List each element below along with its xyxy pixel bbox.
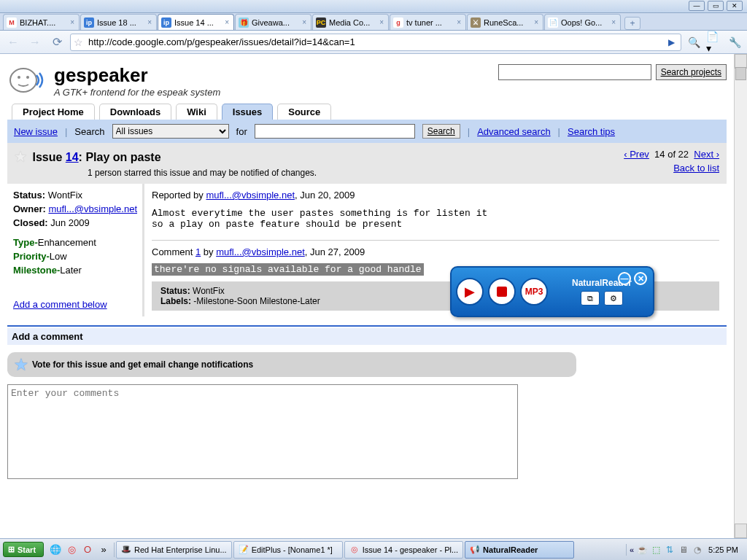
scrollbar-thumb[interactable]: [735, 67, 746, 80]
ql-opera-icon[interactable]: O: [80, 542, 95, 557]
close-icon[interactable]: ×: [301, 18, 308, 26]
task-naturalreader[interactable]: 📢NaturalReader: [465, 541, 574, 559]
svg-point-2: [26, 76, 29, 79]
ql-chrome-icon[interactable]: ◎: [64, 542, 79, 557]
close-icon[interactable]: ×: [146, 18, 153, 26]
nr-close-icon[interactable]: ✕: [634, 272, 647, 285]
search-label: Search: [74, 126, 104, 137]
browser-tab-2[interactable]: ipIssue 14 ...×: [158, 14, 234, 30]
search-query-input[interactable]: [255, 124, 415, 139]
tab-label: Media Co...: [329, 18, 370, 27]
browser-tab-3[interactable]: 🎁Giveawa...×: [235, 14, 311, 30]
nr-mp3-button[interactable]: MP3: [520, 278, 548, 306]
browser-tab-0[interactable]: MBIZHAT....×: [3, 14, 80, 30]
issue-metadata: Status: WontFix Owner: mufl...@vbsimple.…: [7, 184, 142, 316]
tray-icon[interactable]: 🖥: [678, 544, 689, 556]
commenter-link[interactable]: mufl...@vbsimple.net: [216, 246, 305, 257]
close-icon[interactable]: ×: [69, 18, 76, 26]
prev-issue-link[interactable]: ‹ Prev: [624, 149, 649, 160]
task-redhat[interactable]: 🎩Red Hat Enterprise Linu...: [116, 541, 232, 559]
clock[interactable]: 5:25 PM: [705, 545, 741, 554]
add-comment-below-link[interactable]: Add a comment below: [13, 299, 107, 310]
label-priority: Priority-: [13, 251, 50, 262]
owner-link[interactable]: mufl...@vbsimple.net: [48, 203, 137, 214]
close-icon[interactable]: ×: [223, 18, 231, 26]
issue-position: 14 of 22: [654, 149, 689, 160]
advanced-search-link[interactable]: Advanced search: [477, 126, 550, 137]
task-chrome[interactable]: ◎Issue 14 - gespeaker - Pl...: [344, 541, 463, 559]
start-button[interactable]: ⊞ Start: [3, 542, 44, 557]
tab-label: RuneSca...: [484, 18, 523, 27]
tab-source[interactable]: Source: [277, 104, 331, 120]
close-icon[interactable]: ×: [378, 18, 385, 26]
vote-star-icon[interactable]: ★: [15, 356, 28, 373]
tray-icon[interactable]: ☕: [636, 544, 648, 556]
comment-textarea[interactable]: [7, 384, 518, 479]
go-button[interactable]: ▶: [668, 37, 675, 47]
next-issue-link[interactable]: Next ›: [694, 149, 719, 160]
back-to-list-link[interactable]: Back to list: [673, 163, 719, 174]
search-icon[interactable]: 🔍: [686, 34, 702, 50]
tab-wiki[interactable]: Wiki: [176, 104, 217, 120]
project-header: gespeaker A GTK+ frontend for the espeak…: [7, 61, 727, 104]
minimize-button[interactable]: —: [689, 1, 705, 11]
comment-header: Comment 1 by mufl...@vbsimple.net, Jun 2…: [152, 246, 719, 257]
search-scope-select[interactable]: All issues: [112, 124, 229, 139]
issue-number-link[interactable]: 14: [66, 151, 79, 163]
nr-settings-button[interactable]: ⚙: [604, 291, 623, 306]
tray-icon[interactable]: ⬚: [650, 544, 662, 556]
tray-expand-icon[interactable]: «: [630, 545, 634, 554]
bookmark-star-icon[interactable]: ☆: [74, 36, 85, 48]
issue-toolbar: New issue | Search All issues for Search…: [7, 120, 727, 143]
tab-project-home[interactable]: Project Home: [12, 104, 95, 120]
close-icon[interactable]: ×: [610, 18, 617, 26]
search-tips-link[interactable]: Search tips: [568, 126, 615, 137]
nr-window-button[interactable]: ⧉: [581, 291, 600, 306]
reload-button[interactable]: ⟳: [48, 34, 66, 51]
project-logo: [7, 64, 45, 98]
status-value: WontFix: [48, 190, 82, 201]
browser-tab-6[interactable]: ⚔RuneSca...×: [467, 14, 543, 30]
reporter-link[interactable]: mufl...@vbsimple.net: [206, 190, 295, 201]
tab-downloads[interactable]: Downloads: [99, 104, 171, 120]
system-tray: « ☕ ⬚ ⇅ 🖥 ◔ 5:25 PM: [626, 544, 744, 556]
taskbar: ⊞ Start 🌐 ◎ O » 🎩Red Hat Enterprise Linu…: [0, 538, 747, 560]
nr-stop-button[interactable]: [488, 278, 516, 306]
forward-button[interactable]: →: [26, 34, 44, 51]
naturalreader-widget[interactable]: ▶ MP3 NaturalReader ⧉ ⚙ — ✕: [450, 266, 654, 317]
search-projects-button[interactable]: Search projects: [656, 64, 727, 80]
browser-tab-5[interactable]: gtv tuner ...×: [390, 14, 466, 30]
task-editplus[interactable]: 📝EditPlus - [Noname1 *]: [233, 541, 343, 559]
star-icon[interactable]: ★: [15, 149, 26, 164]
back-button[interactable]: ←: [4, 34, 22, 51]
tab-label: tv tuner ...: [406, 18, 442, 27]
tray-icon[interactable]: ◔: [692, 544, 703, 556]
close-window-button[interactable]: ✕: [727, 1, 743, 11]
new-issue-link[interactable]: New issue: [14, 126, 58, 137]
browser-tab-7[interactable]: 📄Oops! Go...×: [544, 14, 621, 30]
ql-ie-icon[interactable]: 🌐: [48, 542, 63, 557]
new-tab-button[interactable]: +: [624, 17, 640, 30]
vote-bar[interactable]: ★ Vote for this issue and get email chan…: [7, 352, 576, 377]
tray-icon[interactable]: ⇅: [664, 544, 676, 556]
page-menu-icon[interactable]: 📄▾: [706, 34, 722, 50]
browser-tabs: MBIZHAT....× ipIssue 18 ...× ipIssue 14 …: [0, 13, 747, 31]
search-projects-input[interactable]: [498, 64, 651, 80]
ql-more-icon[interactable]: »: [96, 542, 111, 557]
window-titlebar: — ▭ ✕: [0, 0, 747, 13]
report-byline: Reported by mufl...@vbsimple.net, Jun 20…: [152, 190, 719, 201]
close-icon[interactable]: ×: [455, 18, 462, 26]
maximize-button[interactable]: ▭: [708, 1, 724, 11]
wrench-icon[interactable]: 🔧: [727, 34, 743, 50]
windows-icon: ⊞: [8, 545, 15, 554]
address-bar[interactable]: ☆ http://code.google.com/p/gespeaker/iss…: [70, 34, 681, 51]
nr-minimize-icon[interactable]: —: [618, 272, 631, 285]
close-icon[interactable]: ×: [533, 18, 540, 26]
tab-issues[interactable]: Issues: [222, 104, 273, 120]
nr-play-button[interactable]: ▶: [456, 278, 484, 306]
search-projects: Search projects: [498, 64, 727, 80]
browser-tab-1[interactable]: ipIssue 18 ...×: [80, 14, 157, 30]
issue-search-button[interactable]: Search: [422, 124, 460, 139]
vertical-scrollbar[interactable]: [734, 54, 747, 538]
browser-tab-4[interactable]: PCMedia Co...×: [312, 14, 389, 30]
